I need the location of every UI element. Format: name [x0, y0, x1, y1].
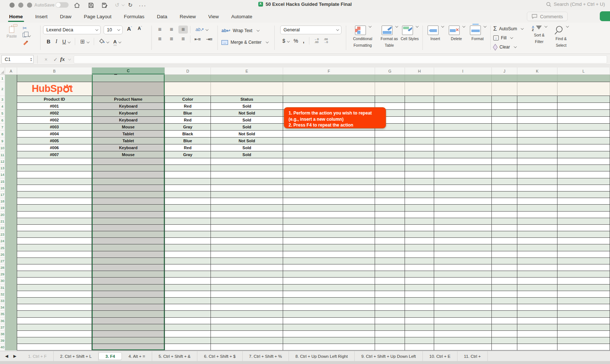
cell-B6[interactable]: #002 — [17, 117, 92, 124]
cell-B29[interactable] — [17, 271, 92, 278]
cell-B13[interactable] — [17, 165, 92, 171]
cell-K5[interactable] — [517, 110, 557, 117]
cell-D23[interactable] — [165, 231, 211, 238]
cell-J15[interactable] — [492, 178, 517, 185]
row-header-23[interactable]: 23 — [0, 231, 5, 238]
cell-F33[interactable] — [283, 298, 375, 304]
cell-B33[interactable] — [17, 298, 92, 304]
cell-E31[interactable] — [211, 284, 283, 291]
cell-K8[interactable] — [517, 131, 557, 138]
cell-B9[interactable]: #005 — [17, 138, 92, 144]
cell-L14[interactable] — [557, 171, 610, 178]
cell-F9[interactable] — [283, 138, 375, 144]
cell-E10[interactable]: Sold — [211, 144, 283, 151]
cell-F30[interactable] — [283, 278, 375, 284]
delete-cells-button[interactable]: Delete — [447, 26, 466, 42]
more-commands-icon[interactable]: ··· — [138, 1, 147, 9]
orientation-button[interactable]: ab↗ — [196, 27, 208, 32]
cell-E35[interactable] — [211, 311, 283, 317]
cell-G2[interactable] — [375, 82, 405, 96]
cell-C29[interactable] — [92, 271, 165, 278]
cell-I15[interactable] — [434, 178, 492, 185]
cell-J18[interactable] — [492, 198, 517, 205]
cell-J21[interactable] — [492, 218, 517, 225]
row-header-34[interactable]: 34 — [0, 304, 5, 311]
cell-K20[interactable] — [517, 212, 557, 218]
cell-C8[interactable]: Tablet — [92, 131, 165, 138]
cell-E28[interactable] — [211, 264, 283, 271]
cell-K32[interactable] — [517, 291, 557, 298]
cell-D38[interactable] — [165, 331, 211, 337]
cell-H21[interactable] — [405, 218, 434, 225]
cell-E11[interactable]: Sold — [211, 151, 283, 158]
cell-I37[interactable] — [434, 324, 492, 331]
cell-J37[interactable] — [492, 324, 517, 331]
cell-L16[interactable] — [557, 185, 610, 191]
cell-styles-button[interactable]: Cell Styles — [401, 26, 419, 42]
cell-A7[interactable] — [5, 124, 17, 131]
cell-L20[interactable] — [557, 212, 610, 218]
row-header-4[interactable]: 4 — [0, 103, 5, 110]
cell-D12[interactable] — [165, 158, 211, 165]
cell-D25[interactable] — [165, 244, 211, 251]
formula-input[interactable] — [74, 55, 607, 63]
cell-K38[interactable] — [517, 331, 557, 337]
cell-G29[interactable] — [375, 271, 405, 278]
cell-L5[interactable] — [557, 110, 610, 117]
cell-E37[interactable] — [211, 324, 283, 331]
decrease-decimal-button[interactable]: ←0.00 — [314, 38, 318, 44]
cell-K3[interactable] — [517, 96, 557, 103]
cell-E22[interactable] — [211, 225, 283, 231]
cell-A37[interactable] — [5, 324, 17, 331]
cell-F25[interactable] — [283, 244, 375, 251]
cell-C36[interactable] — [92, 318, 165, 324]
cell-F36[interactable] — [283, 318, 375, 324]
cell-K25[interactable] — [517, 244, 557, 251]
cell-D21[interactable] — [165, 218, 211, 225]
cell-F13[interactable] — [283, 165, 375, 171]
cell-A24[interactable] — [5, 238, 17, 244]
cell-B40[interactable] — [17, 344, 92, 351]
redo-icon[interactable]: ↻ — [126, 1, 135, 9]
row-header-7[interactable]: 7 — [0, 124, 5, 131]
cell-I17[interactable] — [434, 191, 492, 198]
row-header-26[interactable]: 26 — [0, 251, 5, 258]
cell-B2[interactable]: HubSpt — [17, 82, 92, 96]
cell-K33[interactable] — [517, 298, 557, 304]
cell-F17[interactable] — [283, 191, 375, 198]
row-header-33[interactable]: 33 — [0, 298, 5, 304]
cell-I29[interactable] — [434, 271, 492, 278]
format-cells-button[interactable]: Format — [468, 26, 487, 42]
row-header-16[interactable]: 16 — [0, 185, 5, 191]
autosum-button[interactable]: ΣAutoSum — [493, 25, 523, 33]
cell-I31[interactable] — [434, 284, 492, 291]
menu-tab-home[interactable]: Home — [3, 10, 29, 23]
cell-K34[interactable] — [517, 304, 557, 311]
undo-chevron-icon[interactable] — [120, 1, 124, 9]
cell-K24[interactable] — [517, 238, 557, 244]
row-header-17[interactable]: 17 — [0, 191, 5, 198]
cell-I38[interactable] — [434, 331, 492, 337]
font-size-select[interactable]: 10 — [104, 26, 123, 34]
cell-G31[interactable] — [375, 284, 405, 291]
cell-I7[interactable] — [434, 124, 492, 131]
cell-F2[interactable] — [283, 82, 375, 96]
cell-B3[interactable]: Product ID — [17, 96, 92, 103]
cell-L8[interactable] — [557, 131, 610, 138]
cell-J27[interactable] — [492, 258, 517, 264]
cell-I39[interactable] — [434, 337, 492, 344]
cell-A12[interactable] — [5, 158, 17, 165]
cell-K18[interactable] — [517, 198, 557, 205]
cell-K31[interactable] — [517, 284, 557, 291]
font-color-button[interactable]: A — [113, 39, 120, 44]
row-header-14[interactable]: 14 — [0, 171, 5, 178]
sheet-tab-7-ctrl-shift[interactable]: 7. Ctrl + Shift + % — [243, 351, 289, 361]
sheet-tab-10-ctrl-e[interactable]: 10. Ctrl + E — [423, 351, 458, 361]
increase-indent-button[interactable]: ⇥≡ — [204, 35, 214, 43]
cell-L33[interactable] — [557, 298, 610, 304]
cell-C21[interactable] — [92, 218, 165, 225]
cell-J13[interactable] — [492, 165, 517, 171]
cell-C2[interactable] — [92, 82, 165, 96]
cell-C16[interactable] — [92, 185, 165, 191]
cell-E33[interactable] — [211, 298, 283, 304]
